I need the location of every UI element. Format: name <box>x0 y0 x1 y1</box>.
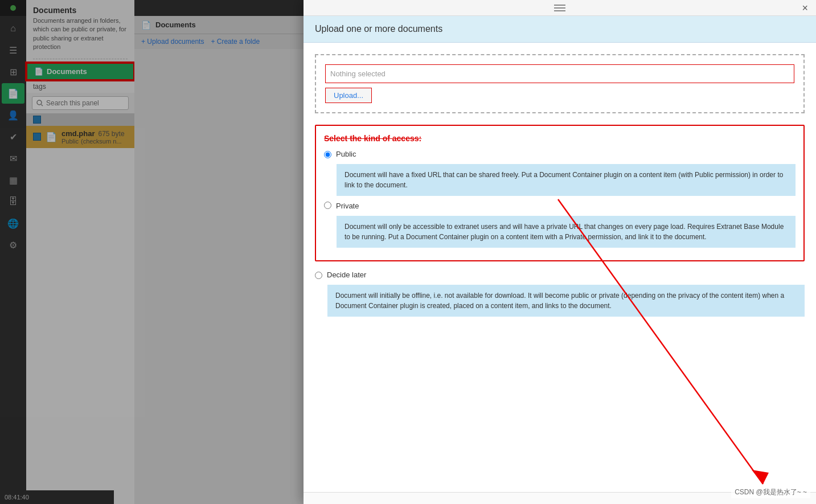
upload-modal: × Upload one or more documents Nothing s… <box>304 0 816 504</box>
decide-later-description: Document will initially be offline, i.e.… <box>327 285 805 317</box>
upload-button[interactable]: Upload... <box>325 88 372 103</box>
modal-title: Upload one or more documents <box>315 24 805 34</box>
decide-later-radio[interactable] <box>315 272 322 279</box>
private-description: Document will only be accessible to extr… <box>337 216 796 248</box>
modal-topbar-lines <box>554 5 565 11</box>
close-button[interactable]: × <box>802 3 808 13</box>
access-option-private[interactable]: Private <box>324 202 796 210</box>
modal-topbar: × <box>304 0 816 16</box>
private-radio[interactable] <box>324 202 331 209</box>
access-option-public[interactable]: Public <box>324 150 796 158</box>
private-label: Private <box>336 202 359 210</box>
modal-body: Nothing selected Upload... Select the ki… <box>304 43 816 492</box>
modal-overlay: × Upload one or more documents Nothing s… <box>0 0 816 504</box>
access-title: Select the kind of access: <box>324 134 796 143</box>
public-radio[interactable] <box>324 151 331 158</box>
access-option-decide-later[interactable]: Decide later <box>315 271 805 279</box>
public-description: Document will have a fixed URL that can … <box>337 164 796 196</box>
decide-later-label: Decide later <box>327 271 366 279</box>
public-label: Public <box>336 150 356 158</box>
modal-title-bar: Upload one or more documents <box>304 16 816 43</box>
upload-zone: Nothing selected Upload... <box>315 54 805 113</box>
access-section: Select the kind of access: Public Docume… <box>315 125 805 261</box>
file-input-display: Nothing selected <box>325 64 794 83</box>
watermark: CSDN @我是热水了~ ~ <box>731 486 810 498</box>
